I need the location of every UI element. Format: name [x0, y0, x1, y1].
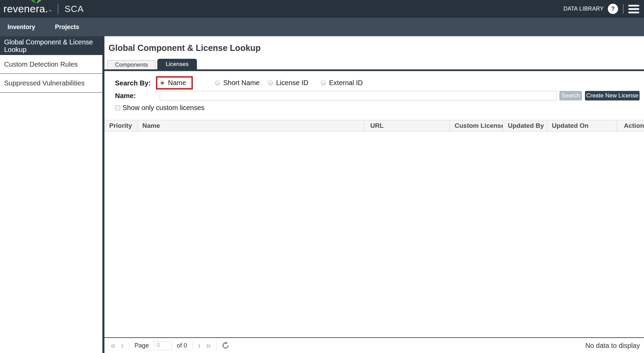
column-header-actions[interactable]: Actions — [617, 120, 644, 131]
page-title: Global Component & License Lookup — [109, 43, 261, 53]
page-of-label: of 0 — [177, 342, 187, 349]
radio-group-external-id: External ID — [321, 79, 363, 87]
radio-external-id[interactable] — [321, 80, 326, 85]
tab-licenses[interactable]: Licenses — [157, 59, 197, 69]
radio-name[interactable] — [160, 80, 165, 85]
brand-area: revenera. ™ SCA — [3, 0, 84, 18]
radio-name-label[interactable]: Name — [168, 79, 186, 87]
product-name: SCA — [65, 4, 84, 14]
header-divider-2 — [623, 4, 624, 14]
pagination-bar: « ‹ Page of 0 › » No data to display — [104, 337, 644, 353]
search-button[interactable]: Search — [559, 91, 582, 100]
radio-license-id-label[interactable]: License ID — [276, 79, 309, 87]
revenera-logo: revenera. ™ — [3, 3, 52, 15]
show-custom-licenses-label[interactable]: Show only custom licenses — [123, 104, 204, 112]
main-content: Global Component & License Lookup Compon… — [104, 36, 644, 353]
column-header-updated-by[interactable]: Updated By — [503, 120, 547, 131]
app-header: revenera. ™ SCA DATA LIBRARY ? — [0, 0, 644, 18]
header-right: DATA LIBRARY ? — [563, 4, 639, 14]
leaf-icon — [31, 0, 41, 4]
page-number-input[interactable] — [154, 341, 172, 350]
column-header-custom-license[interactable]: Custom License — [450, 120, 503, 131]
pagination-separator-2 — [192, 342, 192, 349]
prev-page-icon[interactable]: ‹ — [121, 341, 124, 350]
name-label: Name: — [115, 92, 136, 100]
column-header-updated-on[interactable]: Updated On — [547, 120, 617, 131]
sidebar-item-custom-detection-rules[interactable]: Custom Detection Rules — [0, 55, 102, 74]
sidebar-item-global-lookup[interactable]: Global Component & License Lookup — [0, 36, 102, 55]
name-input[interactable] — [160, 91, 557, 100]
show-custom-licenses-checkbox[interactable] — [115, 105, 120, 110]
radio-external-id-label[interactable]: External ID — [329, 79, 363, 87]
logo-text: revenera. — [3, 3, 48, 15]
nav-item-projects[interactable]: Projects — [55, 24, 79, 31]
nav-item-inventory[interactable]: Inventory — [8, 24, 35, 31]
highlight-box: Name — [156, 76, 193, 90]
sidebar-item-suppressed-vulnerabilities[interactable]: Suppressed Vulnerabilities — [0, 74, 102, 93]
next-page-icon[interactable]: › — [198, 341, 201, 350]
column-header-url[interactable]: URL — [364, 120, 450, 131]
radio-short-name-label[interactable]: Short Name — [223, 79, 260, 87]
checkbox-row: Show only custom licenses — [104, 104, 644, 111]
radio-short-name[interactable] — [215, 80, 220, 85]
radio-group-license-id: License ID — [268, 79, 309, 87]
pagination-separator-3 — [216, 342, 216, 349]
main-nav: Inventory Projects — [0, 18, 644, 36]
tab-components[interactable]: Components — [107, 60, 156, 69]
body-layout: Global Component & License Lookup Custom… — [0, 36, 644, 353]
radio-license-id[interactable] — [268, 80, 273, 85]
table-body-empty — [104, 132, 644, 337]
first-page-icon[interactable]: « — [111, 341, 116, 350]
column-header-priority[interactable]: Priority — [104, 120, 138, 131]
hamburger-menu-icon[interactable] — [628, 4, 639, 14]
create-new-license-button[interactable]: Create New License — [585, 91, 640, 100]
table-header: Priority Name URL Custom License Updated… — [104, 120, 644, 132]
data-library-menu[interactable]: DATA LIBRARY — [563, 6, 604, 12]
column-header-name[interactable]: Name — [138, 120, 364, 131]
help-icon[interactable]: ? — [608, 4, 618, 14]
radio-group-short-name: Short Name — [215, 79, 260, 87]
refresh-icon[interactable] — [221, 341, 230, 350]
last-page-icon[interactable]: » — [206, 341, 211, 350]
sidebar: Global Component & License Lookup Custom… — [0, 36, 102, 353]
pagination-controls: « ‹ Page of 0 › » — [111, 341, 230, 350]
search-by-row: Search By: Name Short Name License ID Ex… — [104, 76, 644, 90]
tabs-row: Components Licenses — [104, 60, 644, 71]
page-label: Page — [134, 342, 149, 349]
no-data-status: No data to display — [585, 342, 641, 350]
search-by-label: Search By: — [115, 79, 151, 87]
name-row: Name: Search Create New License — [104, 91, 644, 100]
header-divider — [58, 4, 58, 14]
pagination-separator — [129, 342, 129, 349]
trademark-symbol: ™ — [48, 10, 52, 13]
